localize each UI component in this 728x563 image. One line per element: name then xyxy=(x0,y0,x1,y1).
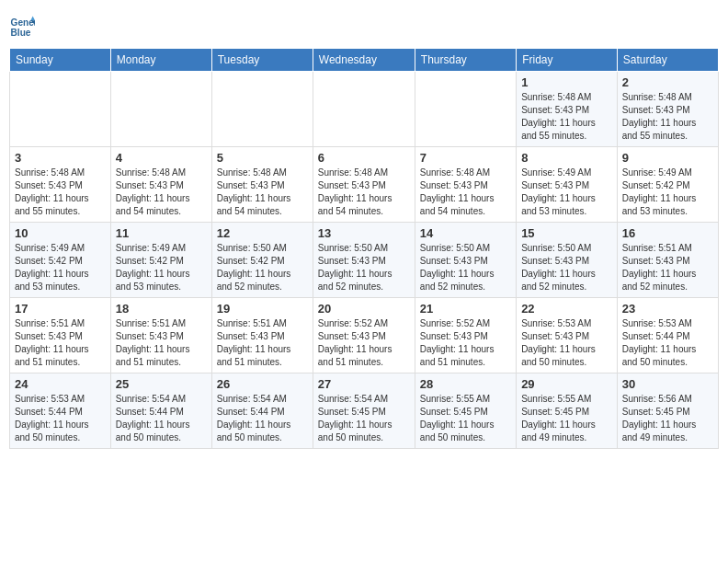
day-info: Sunrise: 5:48 AM Sunset: 5:43 PM Dayligh… xyxy=(420,167,511,218)
calendar-week-row: 17Sunrise: 5:51 AM Sunset: 5:43 PM Dayli… xyxy=(10,298,719,373)
day-number: 4 xyxy=(116,151,207,165)
logo: General Blue xyxy=(9,15,39,40)
calendar-cell: 18Sunrise: 5:51 AM Sunset: 5:43 PM Dayli… xyxy=(110,298,211,373)
day-info: Sunrise: 5:54 AM Sunset: 5:44 PM Dayligh… xyxy=(116,393,207,444)
day-number: 15 xyxy=(521,226,612,240)
day-number: 12 xyxy=(217,226,308,240)
day-number: 28 xyxy=(420,377,511,391)
day-info: Sunrise: 5:56 AM Sunset: 5:45 PM Dayligh… xyxy=(622,393,713,444)
day-number: 24 xyxy=(15,377,106,391)
day-info: Sunrise: 5:49 AM Sunset: 5:42 PM Dayligh… xyxy=(15,242,106,293)
day-number: 17 xyxy=(15,302,106,316)
calendar-cell: 19Sunrise: 5:51 AM Sunset: 5:43 PM Dayli… xyxy=(211,298,313,373)
day-info: Sunrise: 5:51 AM Sunset: 5:43 PM Dayligh… xyxy=(622,242,713,293)
weekday-header: Monday xyxy=(110,49,211,72)
day-info: Sunrise: 5:53 AM Sunset: 5:44 PM Dayligh… xyxy=(622,317,713,369)
calendar-week-row: 1Sunrise: 5:48 AM Sunset: 5:43 PM Daylig… xyxy=(10,72,719,147)
day-info: Sunrise: 5:52 AM Sunset: 5:43 PM Dayligh… xyxy=(318,317,410,369)
day-info: Sunrise: 5:51 AM Sunset: 5:43 PM Dayligh… xyxy=(15,317,106,369)
calendar-cell: 24Sunrise: 5:53 AM Sunset: 5:44 PM Dayli… xyxy=(10,373,111,449)
calendar-cell: 10Sunrise: 5:49 AM Sunset: 5:42 PM Dayli… xyxy=(10,223,111,298)
day-number: 29 xyxy=(521,377,612,391)
calendar-cell: 15Sunrise: 5:50 AM Sunset: 5:43 PM Dayli… xyxy=(517,223,618,298)
day-number: 8 xyxy=(521,151,612,165)
day-info: Sunrise: 5:50 AM Sunset: 5:43 PM Dayligh… xyxy=(420,242,511,293)
calendar-cell: 12Sunrise: 5:50 AM Sunset: 5:42 PM Dayli… xyxy=(211,223,313,298)
calendar-cell: 22Sunrise: 5:53 AM Sunset: 5:43 PM Dayli… xyxy=(517,298,618,373)
day-info: Sunrise: 5:48 AM Sunset: 5:43 PM Dayligh… xyxy=(15,167,106,218)
calendar-cell: 14Sunrise: 5:50 AM Sunset: 5:43 PM Dayli… xyxy=(415,223,516,298)
calendar-cell xyxy=(211,72,313,147)
day-number: 20 xyxy=(318,302,410,316)
day-info: Sunrise: 5:49 AM Sunset: 5:42 PM Dayligh… xyxy=(622,167,713,218)
weekday-header: Friday xyxy=(517,49,618,72)
day-info: Sunrise: 5:48 AM Sunset: 5:43 PM Dayligh… xyxy=(318,167,410,218)
calendar-cell: 7Sunrise: 5:48 AM Sunset: 5:43 PM Daylig… xyxy=(415,147,516,223)
day-info: Sunrise: 5:53 AM Sunset: 5:43 PM Dayligh… xyxy=(521,317,612,369)
day-number: 10 xyxy=(15,226,106,240)
calendar-cell: 21Sunrise: 5:52 AM Sunset: 5:43 PM Dayli… xyxy=(415,298,516,373)
calendar-cell: 8Sunrise: 5:49 AM Sunset: 5:43 PM Daylig… xyxy=(517,147,618,223)
day-info: Sunrise: 5:50 AM Sunset: 5:43 PM Dayligh… xyxy=(318,242,410,293)
calendar-cell: 29Sunrise: 5:55 AM Sunset: 5:45 PM Dayli… xyxy=(517,373,618,449)
day-info: Sunrise: 5:54 AM Sunset: 5:44 PM Dayligh… xyxy=(217,393,308,444)
calendar-cell: 25Sunrise: 5:54 AM Sunset: 5:44 PM Dayli… xyxy=(110,373,211,449)
calendar-cell: 6Sunrise: 5:48 AM Sunset: 5:43 PM Daylig… xyxy=(313,147,415,223)
day-number: 23 xyxy=(622,302,713,316)
day-number: 22 xyxy=(521,302,612,316)
calendar-cell: 11Sunrise: 5:49 AM Sunset: 5:42 PM Dayli… xyxy=(110,223,211,298)
day-number: 27 xyxy=(318,377,410,391)
calendar-cell xyxy=(110,72,211,147)
day-number: 3 xyxy=(15,151,106,165)
day-info: Sunrise: 5:48 AM Sunset: 5:43 PM Dayligh… xyxy=(116,167,207,218)
day-info: Sunrise: 5:48 AM Sunset: 5:43 PM Dayligh… xyxy=(217,167,308,218)
day-number: 1 xyxy=(521,75,612,89)
calendar-cell: 17Sunrise: 5:51 AM Sunset: 5:43 PM Dayli… xyxy=(10,298,111,373)
calendar-table: SundayMondayTuesdayWednesdayThursdayFrid… xyxy=(9,48,719,449)
day-number: 25 xyxy=(116,377,207,391)
calendar-cell: 13Sunrise: 5:50 AM Sunset: 5:43 PM Dayli… xyxy=(313,223,415,298)
day-number: 16 xyxy=(622,226,713,240)
calendar-cell: 2Sunrise: 5:48 AM Sunset: 5:43 PM Daylig… xyxy=(617,72,718,147)
calendar-cell xyxy=(313,72,415,147)
day-info: Sunrise: 5:54 AM Sunset: 5:45 PM Dayligh… xyxy=(318,393,410,444)
day-info: Sunrise: 5:50 AM Sunset: 5:42 PM Dayligh… xyxy=(217,242,308,293)
weekday-header: Saturday xyxy=(617,49,718,72)
calendar-week-row: 3Sunrise: 5:48 AM Sunset: 5:43 PM Daylig… xyxy=(10,147,719,223)
calendar-cell: 1Sunrise: 5:48 AM Sunset: 5:43 PM Daylig… xyxy=(517,72,618,147)
weekday-header: Wednesday xyxy=(313,49,415,72)
logo-icon: General Blue xyxy=(9,15,35,40)
day-number: 18 xyxy=(116,302,207,316)
day-info: Sunrise: 5:53 AM Sunset: 5:44 PM Dayligh… xyxy=(15,393,106,444)
calendar-cell: 3Sunrise: 5:48 AM Sunset: 5:43 PM Daylig… xyxy=(10,147,111,223)
calendar-cell xyxy=(415,72,516,147)
calendar-cell: 20Sunrise: 5:52 AM Sunset: 5:43 PM Dayli… xyxy=(313,298,415,373)
calendar-week-row: 10Sunrise: 5:49 AM Sunset: 5:42 PM Dayli… xyxy=(10,223,719,298)
calendar-cell xyxy=(10,72,111,147)
page-header: General Blue xyxy=(9,9,719,40)
day-number: 7 xyxy=(420,151,511,165)
weekday-header: Thursday xyxy=(415,49,516,72)
calendar-body: 1Sunrise: 5:48 AM Sunset: 5:43 PM Daylig… xyxy=(10,72,719,449)
day-info: Sunrise: 5:48 AM Sunset: 5:43 PM Dayligh… xyxy=(622,91,713,143)
day-number: 5 xyxy=(217,151,308,165)
day-info: Sunrise: 5:51 AM Sunset: 5:43 PM Dayligh… xyxy=(217,317,308,369)
day-number: 30 xyxy=(622,377,713,391)
weekday-header: Sunday xyxy=(10,49,111,72)
weekday-header: Tuesday xyxy=(211,49,313,72)
day-number: 2 xyxy=(622,75,713,89)
day-info: Sunrise: 5:48 AM Sunset: 5:43 PM Dayligh… xyxy=(521,91,612,143)
day-info: Sunrise: 5:50 AM Sunset: 5:43 PM Dayligh… xyxy=(521,242,612,293)
svg-text:Blue: Blue xyxy=(11,28,31,38)
day-number: 13 xyxy=(318,226,410,240)
calendar-cell: 16Sunrise: 5:51 AM Sunset: 5:43 PM Dayli… xyxy=(617,223,718,298)
calendar-cell: 26Sunrise: 5:54 AM Sunset: 5:44 PM Dayli… xyxy=(211,373,313,449)
calendar-cell: 23Sunrise: 5:53 AM Sunset: 5:44 PM Dayli… xyxy=(617,298,718,373)
calendar-cell: 30Sunrise: 5:56 AM Sunset: 5:45 PM Dayli… xyxy=(617,373,718,449)
calendar-cell: 9Sunrise: 5:49 AM Sunset: 5:42 PM Daylig… xyxy=(617,147,718,223)
day-number: 6 xyxy=(318,151,410,165)
calendar-cell: 4Sunrise: 5:48 AM Sunset: 5:43 PM Daylig… xyxy=(110,147,211,223)
calendar-cell: 27Sunrise: 5:54 AM Sunset: 5:45 PM Dayli… xyxy=(313,373,415,449)
day-info: Sunrise: 5:51 AM Sunset: 5:43 PM Dayligh… xyxy=(116,317,207,369)
day-number: 11 xyxy=(116,226,207,240)
